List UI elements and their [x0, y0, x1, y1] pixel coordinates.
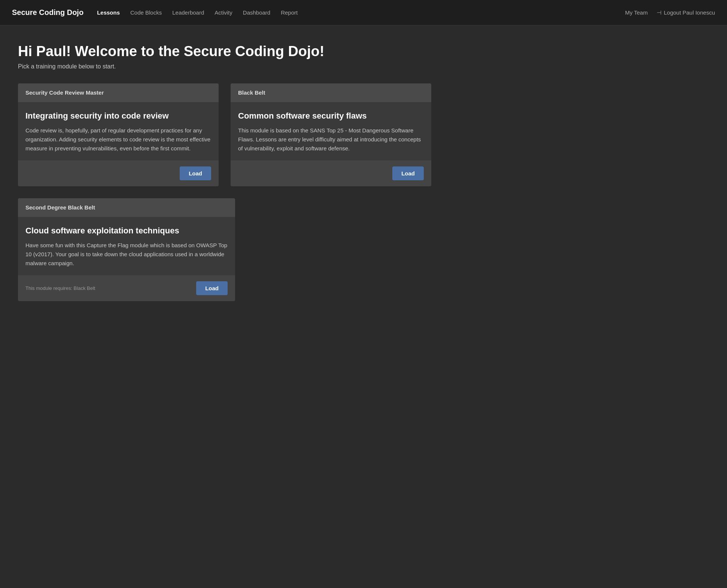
card-footer-black-belt: Load — [231, 160, 431, 186]
nav-links: Lessons Code Blocks Leaderboard Activity… — [97, 9, 625, 16]
navbar: Secure Coding Dojo Lessons Code Blocks L… — [0, 0, 727, 25]
card-header-security-code-review: Security Code Review Master — [18, 83, 219, 102]
module-card-black-belt: Black Belt Common software security flaw… — [231, 83, 431, 186]
card-body-black-belt: Common software security flaws This modu… — [231, 102, 431, 160]
nav-link-lessons[interactable]: Lessons — [97, 9, 120, 16]
nav-link-dashboard[interactable]: Dashboard — [243, 9, 270, 16]
card-header-second-degree: Second Degree Black Belt — [18, 198, 235, 217]
card-title-second-degree: Cloud software exploitation techniques — [25, 226, 228, 236]
card-badge-second-degree: Second Degree Black Belt — [25, 204, 95, 211]
card-header-black-belt: Black Belt — [231, 83, 431, 102]
card-description-black-belt: This module is based on the SANS Top 25 … — [238, 126, 424, 153]
card-description-second-degree: Have some fun with this Capture the Flag… — [25, 241, 228, 268]
card-description-security-code-review: Code review is, hopefully, part of regul… — [25, 126, 211, 153]
card-title-black-belt: Common software security flaws — [238, 111, 424, 121]
load-button-second-degree[interactable]: Load — [196, 281, 228, 295]
module-card-security-code-review: Security Code Review Master Integrating … — [18, 83, 219, 186]
load-button-black-belt[interactable]: Load — [392, 166, 424, 180]
logout-label: Logout Paul Ionescu — [664, 9, 715, 16]
card-badge-black-belt: Black Belt — [238, 89, 265, 96]
card-footer-second-degree: This module requires: Black Belt Load — [18, 275, 235, 301]
modules-row-1: Security Code Review Master Integrating … — [18, 83, 431, 186]
module-card-second-degree-black-belt: Second Degree Black Belt Cloud software … — [18, 198, 235, 301]
card-body-second-degree: Cloud software exploitation techniques H… — [18, 217, 235, 275]
card-title-security-code-review: Integrating security into code review — [25, 111, 211, 121]
main-content: Hi Paul! Welcome to the Secure Coding Do… — [0, 25, 449, 324]
nav-link-leaderboard[interactable]: Leaderboard — [172, 9, 204, 16]
welcome-subtitle: Pick a training module below to start. — [18, 63, 431, 70]
welcome-title: Hi Paul! Welcome to the Secure Coding Do… — [18, 43, 431, 59]
modules-row-2: Second Degree Black Belt Cloud software … — [18, 198, 431, 301]
brand-logo: Secure Coding Dojo — [12, 8, 83, 17]
nav-link-code-blocks[interactable]: Code Blocks — [130, 9, 162, 16]
card-body-security-code-review: Integrating security into code review Co… — [18, 102, 219, 160]
nav-right: My Team ⊣ Logout Paul Ionescu — [625, 9, 715, 16]
load-button-security-code-review[interactable]: Load — [180, 166, 211, 180]
logout-icon: ⊣ — [657, 9, 661, 16]
card-badge-security-code-review: Security Code Review Master — [25, 89, 104, 96]
card-footer-note-second-degree: This module requires: Black Belt — [25, 285, 95, 291]
nav-link-report[interactable]: Report — [281, 9, 298, 16]
card-footer-security-code-review: Load — [18, 160, 219, 186]
logout-button[interactable]: ⊣ Logout Paul Ionescu — [657, 9, 715, 16]
nav-link-activity[interactable]: Activity — [215, 9, 232, 16]
nav-link-my-team[interactable]: My Team — [625, 9, 648, 16]
